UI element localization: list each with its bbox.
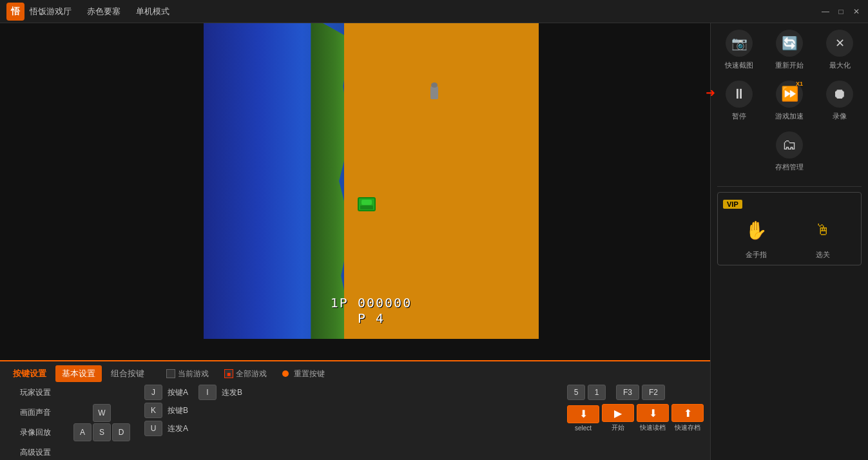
sidebar-screen-audio[interactable]: 画面声音 — [6, 405, 64, 421]
screenshot-label: 快速截图 — [725, 61, 753, 70]
fn-f2[interactable]: F2 — [642, 385, 665, 400]
speed-badge: X1 — [796, 81, 803, 87]
speed-ctrl[interactable]: ⏩ X1 游戏加速 — [767, 81, 811, 121]
pause-icon: ⏸ — [726, 81, 753, 108]
maximize-ctrl[interactable]: ✕ 最大化 — [818, 30, 862, 70]
quick-save-label: 快速存档 — [675, 423, 700, 432]
hud-lives: P 4 — [331, 311, 412, 326]
restart-label: 重新开始 — [775, 61, 804, 70]
toggle-all-games-box[interactable]: ■ — [224, 369, 233, 378]
toggle-current-game-box[interactable] — [166, 369, 175, 378]
second-controls: ➜ ⏸ 暂停 ⏩ X1 游戏加速 ⏺ 录像 — [717, 81, 862, 121]
key-settings-content: 玩家设置 画面声音 录像回放 高级设置 W A S D J — [0, 382, 710, 460]
red-arrow-indicator: ➜ — [706, 86, 715, 100]
app-logo: 悟 — [6, 3, 24, 21]
label-key-b: 按键B — [168, 405, 193, 416]
level-select-label: 选关 — [816, 250, 830, 260]
menu-item-2[interactable]: 单机模式 — [133, 5, 172, 19]
vip-badge: VIP — [723, 200, 742, 209]
record-label: 录像 — [833, 111, 847, 121]
action-panel: 5 1 F3 F2 ⬇ select ▶ 开始 — [567, 385, 704, 432]
restore-button[interactable]: □ — [836, 6, 846, 17]
section-label: 按键设置 — [6, 365, 53, 382]
start-label: 开始 — [612, 423, 624, 432]
label-key-a: 按键A — [168, 387, 193, 398]
close-button[interactable]: ✕ — [851, 6, 862, 17]
restart-icon: 🔄 — [776, 30, 803, 57]
tabs-row: 按键设置 基本设置 组合按键 当前游戏 ■ 全部游戏 重置按键 — [0, 361, 710, 382]
reset-dot — [282, 370, 289, 377]
num-1[interactable]: 1 — [588, 385, 606, 400]
start-button[interactable]: ▶ 开始 — [602, 404, 634, 432]
minimize-button[interactable]: — — [820, 6, 831, 17]
sidebar-player-settings[interactable]: 玩家设置 — [6, 385, 64, 401]
select-label: select — [575, 425, 592, 432]
select-button[interactable]: ⬇ select — [567, 405, 599, 432]
toggle-current-game: 当前游戏 — [166, 369, 209, 379]
key-row-1: J 按键A I 连发B — [144, 385, 247, 400]
record-ctrl[interactable]: ⏺ 录像 — [818, 81, 862, 121]
left-sidebar: 玩家设置 画面声音 录像回放 高级设置 — [6, 385, 64, 460]
reset-keys-label[interactable]: 重置按键 — [294, 369, 325, 379]
speed-icon: ⏩ X1 — [776, 81, 803, 108]
gold-finger-label: 金手指 — [746, 250, 767, 260]
quick-save-button[interactable]: ⬆ 快速存档 — [671, 404, 704, 432]
speed-label: 游戏加速 — [775, 111, 804, 121]
top-controls: 📷 快速截图 🔄 重新开始 ✕ 最大化 — [717, 30, 862, 70]
screenshot-ctrl[interactable]: 📷 快速截图 — [717, 30, 761, 70]
key-w[interactable]: W — [93, 404, 111, 422]
quick-load-label: 快速读档 — [640, 423, 666, 432]
tab-basic-settings[interactable]: 基本设置 — [55, 365, 102, 382]
key-u[interactable]: U — [144, 421, 162, 436]
game-canvas[interactable]: 1P 000000 P 4 — [204, 23, 539, 339]
action-buttons-row: ⬇ select ▶ 开始 ⬇ 快速读档 ⬆ 快 — [567, 404, 704, 432]
app-title: 悟饭游戏厅 — [30, 6, 72, 17]
gold-finger-icon: ✋ — [740, 214, 773, 246]
screenshot-icon: 📷 — [726, 30, 753, 57]
num-5[interactable]: 5 — [567, 385, 585, 400]
key-i[interactable]: I — [198, 385, 217, 400]
divider — [717, 186, 862, 187]
num-row-1: 5 1 F3 F2 — [567, 385, 704, 400]
storage-ctrl[interactable]: 🗂 存档管理 — [717, 131, 862, 172]
main-area: 1P 000000 P 4 按键设置 基本设置 组合按键 当前游戏 — [0, 23, 868, 460]
game-canvas-wrapper: 1P 000000 P 4 — [0, 23, 710, 360]
tab-combo-keys[interactable]: 组合按键 — [104, 365, 151, 382]
toggle-current-game-label: 当前游戏 — [178, 369, 209, 379]
maximize-icon: ✕ — [826, 30, 853, 57]
bottom-panel: 按键设置 基本设置 组合按键 当前游戏 ■ 全部游戏 重置按键 — [0, 360, 710, 460]
titlebar: 悟 悟饭游戏厅 赤色要塞 单机模式 — □ ✕ — [0, 0, 868, 23]
key-k[interactable]: K — [144, 403, 162, 418]
maximize-label: 最大化 — [829, 61, 851, 70]
restart-ctrl[interactable]: 🔄 重新开始 — [767, 30, 811, 70]
key-mappings: J 按键A I 连发B K 按键B U 连发A — [144, 385, 247, 436]
key-d[interactable]: D — [112, 423, 130, 441]
quick-load-button[interactable]: ⬇ 快速读档 — [637, 404, 669, 432]
toggle-all-games: ■ 全部游戏 — [224, 369, 267, 379]
key-row-2: K 按键B — [144, 403, 247, 418]
key-row-3: U 连发A — [144, 421, 247, 436]
key-j[interactable]: J — [144, 385, 162, 400]
sidebar-replay[interactable]: 录像回放 — [6, 425, 64, 441]
wasd-pad: W A S D — [73, 404, 130, 441]
pause-label: 暂停 — [732, 111, 746, 121]
game-area: 1P 000000 P 4 按键设置 基本设置 组合按键 当前游戏 — [0, 23, 710, 460]
level-select-ctrl[interactable]: 🖱 选关 — [807, 214, 839, 260]
toggle-reset-keys: 重置按键 — [282, 369, 325, 379]
pause-ctrl[interactable]: ⏸ 暂停 — [717, 81, 761, 121]
player-car — [358, 197, 376, 211]
menu-item-1[interactable]: 赤色要塞 — [84, 5, 123, 19]
enemy-soldier — [430, 86, 438, 99]
game-screen: 1P 000000 P 4 — [204, 23, 539, 339]
gold-finger-ctrl[interactable]: ✋ 金手指 — [740, 214, 773, 260]
fn-f3[interactable]: F3 — [616, 385, 639, 400]
key-a[interactable]: A — [73, 423, 92, 441]
sidebar-advanced[interactable]: 高级设置 — [6, 445, 64, 460]
storage-icon: 🗂 — [776, 131, 803, 158]
key-s[interactable]: S — [93, 423, 111, 441]
sand-area — [344, 23, 539, 339]
game-hud: 1P 000000 P 4 — [331, 295, 412, 326]
storage-label: 存档管理 — [775, 162, 804, 172]
hud-score: 1P 000000 — [331, 295, 412, 311]
level-select-icon: 🖱 — [807, 214, 839, 246]
